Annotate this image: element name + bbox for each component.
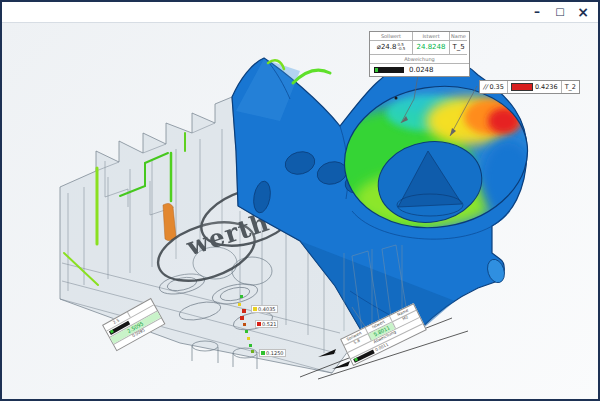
nominal-cell: ⌀24.8 0.5 -0.5 — [370, 41, 412, 55]
parallelism-actual-cell: 0.4236 — [507, 81, 561, 93]
deviation-value: 0.0248 — [409, 66, 434, 74]
point-value: 0.4035 — [258, 306, 276, 312]
nominal-value: ⌀24.8 — [377, 43, 397, 51]
app-window: – □ × — [0, 0, 600, 401]
deviation-label: Abweichung — [370, 55, 469, 64]
maximize-icon[interactable]: □ — [553, 5, 567, 19]
measurement-table-t5: Sollwert Istwert Name ⌀24.8 0.5 -0.5 24.… — [369, 31, 470, 77]
tolerance-lower: -0.5 — [398, 47, 406, 51]
point-value: 0.1250 — [266, 350, 284, 356]
title-bar: – □ × — [2, 2, 598, 23]
col-header-actual: Istwert — [412, 32, 449, 41]
window-controls: – □ × — [530, 5, 598, 19]
parallelism-tolerance: 0.35 — [489, 83, 503, 91]
viewport-3d[interactable]: werth — [2, 23, 598, 401]
parallelism-symbol-cell: // 0.35 — [480, 81, 507, 93]
point-value: 0.521 — [262, 321, 276, 327]
parallelism-icon: // — [483, 83, 487, 91]
yellow-square-icon — [253, 307, 257, 311]
point-label-green: 0.1250 — [259, 349, 286, 357]
out-of-tolerance-bar — [511, 83, 533, 91]
feature-name: T_5 — [449, 41, 467, 55]
minimize-icon[interactable]: – — [530, 5, 544, 19]
parallelism-actual: 0.4236 — [535, 83, 558, 91]
col-header-name: Name — [449, 32, 467, 41]
red-square-icon — [257, 322, 261, 326]
parallelism-callout-t2: // 0.35 0.4236 T_2 — [479, 80, 580, 94]
green-square-icon — [261, 351, 265, 355]
actual-value: 24.8248 — [412, 41, 449, 55]
parallelism-name: T_2 — [561, 81, 579, 93]
tolerance-stack: 0.5 -0.5 — [398, 43, 406, 52]
close-icon[interactable]: × — [576, 5, 590, 19]
tolerance-bar — [374, 67, 404, 73]
point-label-red: 0.521 — [255, 320, 278, 328]
point-label-yellow: 0.4035 — [251, 305, 278, 313]
col-header-nominal: Sollwert — [370, 32, 412, 41]
